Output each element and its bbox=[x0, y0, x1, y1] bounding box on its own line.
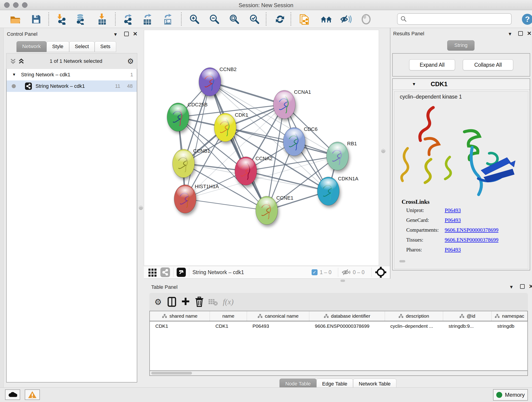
tab-select[interactable]: Select bbox=[69, 41, 95, 52]
collapse-all-networks-icon[interactable] bbox=[10, 57, 17, 65]
collection-expand-icon[interactable]: ▼ bbox=[12, 72, 16, 77]
tab-sets[interactable]: Sets bbox=[95, 41, 116, 52]
zoom-selected-icon[interactable] bbox=[248, 13, 260, 25]
import-database-icon[interactable] bbox=[75, 13, 87, 25]
table-cell[interactable]: stringdb:9... bbox=[443, 321, 492, 332]
cloud-status-button[interactable] bbox=[5, 389, 20, 400]
network-node-cdc25b[interactable] bbox=[167, 103, 189, 131]
table-cell[interactable]: cyclin–dependent ... bbox=[385, 321, 443, 332]
network-node-cdc6[interactable] bbox=[283, 128, 305, 156]
hide-unhide-icon[interactable] bbox=[340, 13, 352, 25]
network-view-canvas[interactable]: CCNB2CCNA1CDC25BCDK1CDC6RB1CCNB1CCNA2CDK… bbox=[144, 30, 379, 266]
protein-expand-icon[interactable]: ▼ bbox=[412, 82, 416, 87]
crosslink-link[interactable]: P06493 bbox=[445, 247, 461, 253]
column-header-name[interactable]: name bbox=[210, 311, 247, 321]
home-icon[interactable] bbox=[320, 13, 332, 25]
table-cell[interactable]: 9606.ENSP00000378699 bbox=[309, 321, 385, 332]
horizontal-divider-handle[interactable] bbox=[341, 280, 345, 282]
results-panel-float-icon[interactable]: ▼ bbox=[508, 32, 512, 36]
expand-all-button[interactable]: Expand All bbox=[409, 59, 455, 70]
left-panel-divider[interactable] bbox=[138, 28, 144, 387]
control-panel-maximize-icon[interactable] bbox=[124, 32, 129, 36]
table-cell[interactable]: stringdb bbox=[492, 321, 527, 332]
save-session-icon[interactable] bbox=[30, 13, 42, 25]
column-header-namespac[interactable]: namespac bbox=[492, 311, 527, 321]
table-row[interactable]: CDK1CDK1P064939606.ENSP00000378699cyclin… bbox=[150, 321, 527, 332]
export-image-icon[interactable] bbox=[162, 13, 174, 25]
tab-style[interactable]: Style bbox=[46, 41, 69, 52]
column-header-canonical-name[interactable]: canonical name bbox=[247, 311, 309, 321]
right-panel-divider[interactable] bbox=[379, 28, 390, 279]
expand-all-networks-icon[interactable] bbox=[18, 57, 25, 65]
column-header--id[interactable]: @id bbox=[443, 311, 492, 321]
zoom-in-icon[interactable] bbox=[188, 13, 200, 25]
results-scrollbar-thumb[interactable] bbox=[399, 260, 405, 262]
string-network-graph[interactable]: CCNB2CCNA1CDC25BCDK1CDC6RB1CCNB1CCNA2CDK… bbox=[144, 30, 379, 266]
network-row[interactable]: String Network – cdk1 11 48 bbox=[7, 80, 137, 92]
network-edge[interactable] bbox=[225, 128, 337, 156]
open-session-icon[interactable] bbox=[10, 13, 22, 25]
table-hscrollbar[interactable] bbox=[149, 371, 528, 376]
network-snapshot-icon[interactable] bbox=[299, 13, 311, 25]
export-network-icon[interactable] bbox=[122, 13, 134, 25]
crosslink-link[interactable]: P06493 bbox=[445, 207, 461, 213]
zoom-out-icon[interactable] bbox=[208, 13, 220, 25]
table-options-gear-icon[interactable]: ⚙ bbox=[151, 297, 165, 307]
import-network-icon[interactable] bbox=[56, 13, 68, 25]
memory-button[interactable]: Memory bbox=[493, 389, 528, 401]
crosslink-link[interactable]: 9606.ENSP00000378699 bbox=[445, 237, 499, 243]
control-panel-close-icon[interactable]: ✕ bbox=[133, 32, 138, 36]
network-edge[interactable] bbox=[185, 199, 267, 211]
table-panel-close-icon[interactable]: ✕ bbox=[529, 284, 532, 289]
crosslink-link[interactable]: 9606.ENSP00000378699 bbox=[445, 227, 499, 233]
results-panel-close-icon[interactable]: ✕ bbox=[527, 31, 532, 36]
network-node-cdk1[interactable] bbox=[214, 113, 236, 142]
protein-card-header[interactable]: ▼ CDK1 bbox=[393, 79, 530, 90]
create-column-icon[interactable] bbox=[179, 297, 192, 307]
results-panel-maximize-icon[interactable] bbox=[518, 31, 523, 36]
table-cell[interactable]: CDK1 bbox=[150, 321, 210, 332]
table-cell[interactable]: CDK1 bbox=[210, 321, 247, 332]
tab-network[interactable]: Network bbox=[17, 41, 46, 52]
network-node-rb1[interactable] bbox=[326, 142, 348, 170]
birdseye-navigator-icon[interactable] bbox=[375, 266, 387, 278]
table-panel-maximize-icon[interactable] bbox=[520, 284, 525, 289]
delete-column-icon[interactable] bbox=[192, 297, 206, 307]
column-header-description[interactable]: description bbox=[385, 311, 443, 321]
left-divider-handle[interactable] bbox=[139, 206, 143, 210]
string-view-icon[interactable] bbox=[160, 268, 170, 277]
horizontal-divider[interactable] bbox=[144, 279, 532, 282]
collapse-all-button[interactable]: Collapse All bbox=[463, 59, 513, 70]
crosslink-link[interactable]: P06493 bbox=[445, 217, 461, 223]
table-panel-float-icon[interactable]: ▼ bbox=[509, 285, 514, 289]
help-icon[interactable]: ? bbox=[521, 13, 532, 25]
detach-view-icon[interactable] bbox=[177, 268, 186, 277]
import-table-icon[interactable] bbox=[96, 13, 108, 25]
network-node-ccna2[interactable] bbox=[235, 157, 257, 185]
column-header-shared-name[interactable]: shared name bbox=[150, 311, 210, 321]
control-panel-float-icon[interactable]: ▼ bbox=[113, 32, 118, 37]
network-node-ccnb2[interactable] bbox=[199, 68, 221, 96]
network-options-gear-icon[interactable]: ⚙ bbox=[127, 57, 134, 65]
selected-checkbox-icon[interactable]: ✓ bbox=[312, 269, 317, 275]
search-input[interactable] bbox=[407, 16, 506, 22]
network-node-ccnb1[interactable] bbox=[172, 149, 195, 178]
table-cell[interactable]: P06493 bbox=[247, 321, 309, 332]
network-node-cdkn1a[interactable] bbox=[317, 177, 339, 205]
show-columns-icon[interactable] bbox=[165, 297, 179, 307]
network-node-ccne1[interactable] bbox=[256, 196, 278, 225]
right-divider-handle[interactable] bbox=[381, 149, 385, 153]
network-node-ccna1[interactable] bbox=[273, 90, 295, 119]
refresh-icon[interactable] bbox=[274, 13, 286, 25]
warning-status-button[interactable] bbox=[25, 389, 40, 400]
column-header-database-identifier[interactable]: database identifier bbox=[309, 311, 385, 321]
network-edge[interactable] bbox=[210, 82, 284, 104]
network-collection-row[interactable]: ▼ String Network – cdk1 1 bbox=[7, 69, 137, 80]
grid-view-icon[interactable] bbox=[147, 267, 158, 277]
network-node-hist1h1a[interactable] bbox=[174, 185, 196, 213]
network-edge[interactable] bbox=[210, 82, 267, 211]
network-edge[interactable] bbox=[185, 82, 210, 199]
export-table-icon[interactable] bbox=[142, 13, 153, 25]
tab-string[interactable]: String bbox=[447, 40, 475, 51]
table-hscrollbar-thumb[interactable] bbox=[151, 372, 192, 375]
